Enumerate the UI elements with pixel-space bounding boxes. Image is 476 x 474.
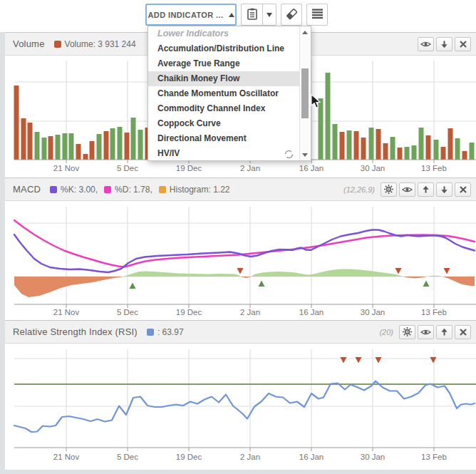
- dropdown-item[interactable]: Chande Momentum Oscillator: [148, 86, 300, 101]
- gear-button[interactable]: [399, 325, 415, 339]
- volume-bar[interactable]: [347, 130, 352, 160]
- volume-bar[interactable]: [462, 151, 467, 160]
- volume-bar[interactable]: [470, 143, 475, 160]
- volume-bar[interactable]: [125, 133, 130, 160]
- volume-bar[interactable]: [419, 128, 424, 160]
- panel-title: Volume: [13, 38, 45, 49]
- dropdown-scrollbar[interactable]: [299, 26, 311, 160]
- signal-marker-down[interactable]: [376, 357, 382, 364]
- signal-marker-down[interactable]: [356, 357, 362, 364]
- dropdown-item[interactable]: Accumulation/Distribution Line: [148, 41, 300, 56]
- volume-bar[interactable]: [56, 135, 61, 160]
- volume-bar[interactable]: [434, 140, 439, 160]
- macd-chart-canvas[interactable]: [5, 200, 476, 320]
- signal-marker-down[interactable]: [341, 357, 347, 364]
- volume-bar[interactable]: [90, 141, 95, 160]
- volume-bar[interactable]: [131, 118, 136, 160]
- dropdown-item[interactable]: Average True Range: [148, 56, 300, 71]
- signal-marker-up[interactable]: [130, 283, 136, 289]
- volume-bar[interactable]: [455, 138, 460, 160]
- x-axis-label: 30 Jan: [351, 453, 394, 461]
- volume-bar[interactable]: [28, 123, 33, 160]
- dropdown-item[interactable]: Coppock Curve: [148, 116, 300, 131]
- volume-bar[interactable]: [426, 135, 431, 160]
- scrollbar-thumb[interactable]: [301, 68, 309, 118]
- volume-bar[interactable]: [383, 143, 388, 160]
- dropdown-item[interactable]: Directional Movement: [148, 131, 300, 146]
- volume-bar[interactable]: [138, 130, 143, 160]
- eraser-button[interactable]: [281, 4, 302, 26]
- eye-button[interactable]: [418, 325, 434, 339]
- volume-bar[interactable]: [104, 131, 109, 160]
- volume-bar[interactable]: [35, 132, 40, 160]
- arrow-down-button[interactable]: [436, 37, 452, 51]
- volume-bar[interactable]: [83, 154, 88, 160]
- volume-bar[interactable]: [376, 129, 381, 160]
- x-axis-label: 2 Jan: [229, 453, 271, 461]
- scroll-down-button[interactable]: [300, 150, 310, 160]
- legend-label: %K: 3.00,: [61, 185, 98, 195]
- rsi-chart-canvas[interactable]: [5, 343, 476, 467]
- gear-icon: [384, 185, 393, 194]
- dropdown-item[interactable]: Commodity Channel Index: [148, 101, 300, 116]
- volume-bar[interactable]: [333, 124, 338, 160]
- arrow-up-icon: [440, 328, 448, 336]
- x-axis-label: 5 Dec: [106, 164, 149, 172]
- volume-bar[interactable]: [48, 136, 53, 160]
- volume-bar[interactable]: [340, 132, 345, 160]
- volume-bar[interactable]: [69, 133, 74, 160]
- scroll-up-button[interactable]: [300, 27, 310, 37]
- arrow-down-button[interactable]: [436, 182, 452, 197]
- volume-bar[interactable]: [448, 128, 453, 160]
- eye-button[interactable]: [418, 37, 434, 51]
- macd-histogram-negative-area[interactable]: [14, 269, 475, 298]
- rsi-x-axis: 21 Nov5 Dec19 Dec2 Jan16 Jan30 Jan13 Feb: [5, 453, 476, 463]
- volume-bar[interactable]: [398, 148, 403, 160]
- annotations-dropdown-button[interactable]: [262, 4, 276, 26]
- legend-swatch: [50, 186, 57, 193]
- stock-chart-app: ADD INDICATOR ... Volume Volume: 3 931 2…: [0, 0, 476, 474]
- volume-bar[interactable]: [42, 138, 47, 160]
- volume-bar[interactable]: [369, 128, 374, 160]
- gear-button[interactable]: [381, 182, 397, 197]
- eye-icon: [420, 40, 431, 48]
- volume-bar[interactable]: [118, 127, 123, 160]
- signal-marker-up[interactable]: [259, 281, 265, 287]
- volume-bar[interactable]: [110, 128, 115, 160]
- volume-bar[interactable]: [76, 144, 81, 160]
- volume-bar[interactable]: [63, 133, 68, 160]
- close-button[interactable]: [455, 37, 471, 51]
- annotations-button[interactable]: [241, 4, 262, 26]
- arrow-up-button[interactable]: [436, 325, 452, 339]
- signal-marker-down[interactable]: [395, 268, 402, 274]
- eye-button[interactable]: [399, 182, 415, 197]
- macd-d-line[interactable]: [14, 220, 475, 267]
- close-button[interactable]: [455, 325, 471, 339]
- volume-bar[interactable]: [412, 145, 417, 160]
- volume-bar[interactable]: [319, 98, 324, 160]
- volume-bar[interactable]: [390, 137, 395, 160]
- signal-marker-down[interactable]: [444, 268, 450, 274]
- volume-bar[interactable]: [354, 131, 359, 160]
- signal-marker-up[interactable]: [423, 281, 430, 287]
- volume-bar[interactable]: [361, 138, 366, 160]
- dropdown-item[interactable]: Chaikin Money Flow: [148, 71, 300, 86]
- close-button[interactable]: [455, 182, 471, 197]
- indicator-params: (20): [379, 328, 393, 336]
- add-indicator-button[interactable]: ADD INDICATOR ...: [145, 4, 237, 26]
- volume-bar[interactable]: [405, 147, 410, 160]
- volume-bar[interactable]: [14, 86, 19, 160]
- indicator-params: (12,26,9): [343, 185, 375, 194]
- volume-bar[interactable]: [97, 134, 102, 160]
- dropdown-item[interactable]: HV/IV: [148, 146, 300, 160]
- arrow-up-button[interactable]: [418, 182, 434, 197]
- signal-marker-down[interactable]: [237, 268, 244, 274]
- volume-bar[interactable]: [326, 73, 331, 160]
- volume-bar[interactable]: [21, 118, 26, 160]
- caret-down-icon: [267, 13, 272, 17]
- macd-k-line[interactable]: [14, 230, 475, 273]
- drawings-list-button[interactable]: [306, 4, 328, 26]
- volume-bar[interactable]: [441, 147, 446, 160]
- signal-marker-down[interactable]: [430, 357, 437, 364]
- x-axis-label: 16 Jan: [290, 308, 333, 316]
